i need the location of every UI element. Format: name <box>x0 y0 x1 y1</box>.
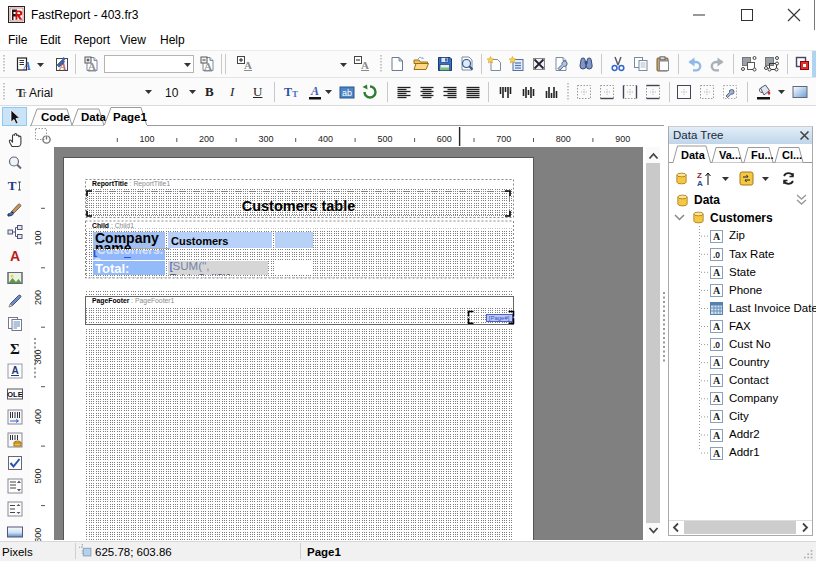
svg-text:500: 500 <box>33 468 43 483</box>
svg-text:A: A <box>11 365 18 376</box>
svg-text:100: 100 <box>139 134 154 144</box>
svg-text:T: T <box>292 89 298 99</box>
svg-text:800: 800 <box>556 134 571 144</box>
svg-text:900: 900 <box>615 134 630 144</box>
svg-text:r: r <box>23 88 27 99</box>
svg-text:.0: .0 <box>713 340 720 350</box>
svg-text:T: T <box>8 178 17 193</box>
svg-text:Data: Data <box>681 149 706 161</box>
svg-text:A: A <box>204 60 212 72</box>
svg-text:A: A <box>713 357 721 368</box>
svg-text:A: A <box>244 59 252 71</box>
svg-text:A: A <box>713 231 721 242</box>
svg-text:ab: ab <box>342 88 352 98</box>
svg-text:Page1: Page1 <box>113 111 147 123</box>
svg-text:A: A <box>713 393 721 404</box>
svg-text:Σ: Σ <box>10 341 20 356</box>
svg-text:A: A <box>713 267 721 278</box>
svg-text:Data: Data <box>81 111 107 123</box>
svg-text:400: 400 <box>318 134 333 144</box>
svg-text:200: 200 <box>33 290 43 305</box>
svg-text:A: A <box>713 375 721 386</box>
svg-text:.0: .0 <box>713 249 720 259</box>
svg-text:Cl...: Cl... <box>782 149 802 161</box>
svg-text:500: 500 <box>377 134 392 144</box>
svg-text:200: 200 <box>199 134 214 144</box>
svg-text:A: A <box>713 321 721 332</box>
svg-text:T: T <box>284 85 292 99</box>
svg-text:100: 100 <box>33 230 43 245</box>
svg-text:300: 300 <box>258 134 273 144</box>
svg-text:300: 300 <box>33 349 43 364</box>
svg-text:A: A <box>310 84 319 98</box>
svg-text:600: 600 <box>33 528 43 541</box>
svg-text:600: 600 <box>437 134 452 144</box>
svg-text:A: A <box>713 448 721 459</box>
svg-text:700: 700 <box>496 134 511 144</box>
svg-text:A: A <box>713 430 721 441</box>
svg-text:A: A <box>361 59 369 71</box>
svg-text:A: A <box>88 60 96 72</box>
svg-text:400: 400 <box>33 409 43 424</box>
svg-text:Fu...: Fu... <box>751 149 774 161</box>
svg-text:A: A <box>22 59 31 73</box>
svg-text:A: A <box>713 285 721 296</box>
svg-text:A: A <box>713 411 721 422</box>
svg-text:A: A <box>10 248 20 264</box>
svg-text:OLE: OLE <box>7 390 22 399</box>
svg-text:Code: Code <box>41 111 70 123</box>
svg-text:Va...: Va... <box>719 149 741 161</box>
